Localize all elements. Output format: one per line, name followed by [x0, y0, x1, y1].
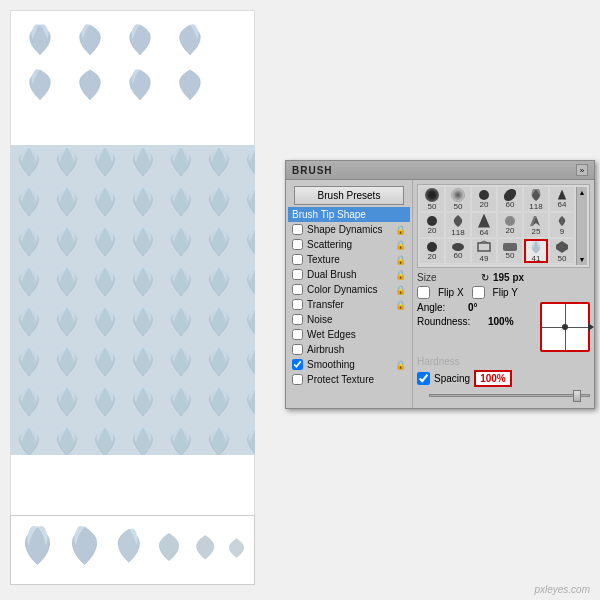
- wet-edges-checkbox[interactable]: [292, 329, 303, 340]
- panel-titlebar: BRUSH »: [286, 161, 594, 180]
- lock-icon: 🔒: [395, 255, 406, 265]
- angle-label: Angle:: [417, 302, 462, 313]
- tip-cell-41[interactable]: 41: [524, 239, 548, 263]
- tip-cell-50d[interactable]: 50: [550, 239, 574, 263]
- lock-icon: 🔒: [395, 240, 406, 250]
- spacing-value: 100%: [474, 370, 512, 387]
- svg-rect-0: [10, 145, 255, 455]
- tip-cell-20d[interactable]: 20: [420, 239, 444, 263]
- flip-y-checkbox[interactable]: [472, 286, 485, 299]
- tip-cell-50b[interactable]: 50: [446, 187, 470, 211]
- angle-roundness-section: Angle: 0° Roundness: 100%: [417, 302, 590, 352]
- scroll-down-arrow[interactable]: ▼: [579, 256, 586, 263]
- color-dynamics-checkbox[interactable]: [292, 284, 303, 295]
- lock-icon: 🔒: [395, 360, 406, 370]
- shape-dynamics-checkbox[interactable]: [292, 224, 303, 235]
- sidebar-item-label: Color Dynamics: [307, 284, 378, 295]
- tip-cell-60[interactable]: 60: [498, 187, 522, 211]
- sidebar-item-scattering[interactable]: Scattering 🔒: [288, 237, 410, 252]
- brush-stamp-3: [120, 20, 160, 60]
- tip-cell-50c[interactable]: 50: [498, 239, 522, 263]
- sidebar-item-noise[interactable]: Noise: [288, 312, 410, 327]
- roundness-value: 100%: [488, 316, 514, 327]
- airbrush-checkbox[interactable]: [292, 344, 303, 355]
- flip-x-checkbox[interactable]: [417, 286, 430, 299]
- roundness-row: Roundness: 100%: [417, 316, 534, 327]
- preview-stamp-3: [110, 525, 148, 575]
- flip-y-label: Flip Y: [493, 287, 518, 298]
- tips-row-3: 20 60: [420, 239, 574, 263]
- compass-widget[interactable]: [540, 302, 590, 352]
- brush-stamp-7: [120, 65, 160, 105]
- slider-thumb[interactable]: [573, 390, 581, 402]
- tip-cell-60b[interactable]: 60: [446, 239, 470, 263]
- sidebar-item-texture[interactable]: Texture 🔒: [288, 252, 410, 267]
- texture-checkbox[interactable]: [292, 254, 303, 265]
- tip-cell-118b[interactable]: 118: [446, 213, 470, 237]
- brush-preview-strip: [10, 515, 255, 585]
- spacing-slider[interactable]: [429, 390, 590, 400]
- scroll-up-arrow[interactable]: ▲: [579, 189, 586, 196]
- sidebar-item-protect-texture[interactable]: Protect Texture: [288, 372, 410, 387]
- dual-brush-checkbox[interactable]: [292, 269, 303, 280]
- sidebar-item-label: Wet Edges: [307, 329, 356, 340]
- sidebar-item-transfer[interactable]: Transfer 🔒: [288, 297, 410, 312]
- noise-checkbox[interactable]: [292, 314, 303, 325]
- tips-columns: 50 50 20: [420, 187, 574, 265]
- panel-controls: »: [576, 164, 588, 176]
- tip-cell-20[interactable]: 20: [472, 187, 496, 211]
- sidebar-item-label: Noise: [307, 314, 333, 325]
- panel-collapse-btn[interactable]: »: [576, 164, 588, 176]
- tip-cell-64b[interactable]: 64: [472, 213, 496, 237]
- brush-stamp-8: [170, 65, 210, 105]
- tip-cell-118[interactable]: 118: [524, 187, 548, 211]
- brush-tips-grid: 50 50 20: [417, 184, 590, 268]
- svg-rect-2: [478, 243, 490, 251]
- hardness-label: Hardness: [417, 356, 460, 367]
- sidebar-item-label: Transfer: [307, 299, 344, 310]
- size-row: Size ↻ 195 px: [417, 272, 590, 283]
- preview-stamp-4: [152, 528, 186, 573]
- tip-cell-25[interactable]: 25: [524, 213, 548, 237]
- sidebar-item-wet-edges[interactable]: Wet Edges: [288, 327, 410, 342]
- sidebar-item-label: Smoothing: [307, 359, 355, 370]
- sidebar-item-brush-tip-shape[interactable]: Brush Tip Shape: [288, 207, 410, 222]
- brush-stamp-4: [170, 20, 210, 60]
- sidebar-item-airbrush[interactable]: Airbrush: [288, 342, 410, 357]
- watermark: pxleyes.com: [534, 584, 590, 595]
- slider-track: [429, 394, 590, 397]
- brush-stamp-2: [70, 20, 110, 60]
- spacing-header-row: Spacing 100%: [417, 370, 590, 387]
- smoothing-checkbox[interactable]: [292, 359, 303, 370]
- refresh-icon[interactable]: ↻: [481, 272, 489, 283]
- hardness-row: Hardness: [417, 355, 590, 367]
- sidebar-item-shape-dynamics[interactable]: Shape Dynamics 🔒: [288, 222, 410, 237]
- preview-stamp-5: [190, 530, 220, 570]
- tip-cell-20b[interactable]: 20: [420, 213, 444, 237]
- brush-stamp-6: [70, 65, 110, 105]
- preview-stamp-1: [16, 523, 59, 578]
- tip-cell-50a[interactable]: 50: [420, 187, 444, 211]
- tip-cell-49[interactable]: 49: [472, 239, 496, 263]
- sidebar-item-label: Protect Texture: [307, 374, 374, 385]
- spacing-label: Spacing: [434, 373, 470, 384]
- transfer-checkbox[interactable]: [292, 299, 303, 310]
- brush-presets-button[interactable]: Brush Presets: [294, 186, 404, 205]
- sidebar-item-smoothing[interactable]: Smoothing 🔒: [288, 357, 410, 372]
- sidebar-item-label: Scattering: [307, 239, 352, 250]
- roundness-label: Roundness:: [417, 316, 482, 327]
- brush-tiled-area: [10, 145, 255, 455]
- protect-texture-checkbox[interactable]: [292, 374, 303, 385]
- scattering-checkbox[interactable]: [292, 239, 303, 250]
- spacing-checkbox[interactable]: [417, 372, 430, 385]
- sidebar-item-dual-brush[interactable]: Dual Brush 🔒: [288, 267, 410, 282]
- sidebar-item-label: Brush Tip Shape: [292, 209, 366, 220]
- brush-stamps-small: [20, 20, 215, 105]
- tip-cell-9[interactable]: 9: [550, 213, 574, 237]
- angle-value: 0°: [468, 302, 478, 313]
- sidebar-item-color-dynamics[interactable]: Color Dynamics 🔒: [288, 282, 410, 297]
- tip-cell-20c[interactable]: 20: [498, 213, 522, 237]
- lock-icon: 🔒: [395, 270, 406, 280]
- tip-cell-64a[interactable]: 64: [550, 187, 574, 211]
- tips-scrollbar[interactable]: ▲ ▼: [576, 187, 587, 265]
